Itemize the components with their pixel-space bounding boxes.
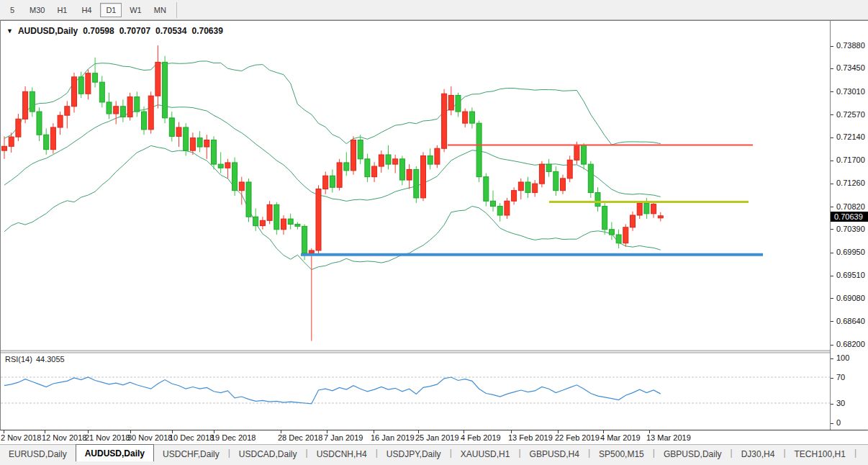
price-axis-label: 0.70390	[836, 225, 865, 233]
chart-tab-audusd-daily[interactable]: AUDUSD,Daily	[76, 444, 154, 461]
rsi-indicator-label: RSI(14) 44.3055	[5, 355, 65, 364]
bear-candle	[288, 219, 293, 224]
bear-candle	[644, 203, 649, 214]
bear-candle	[107, 102, 112, 114]
bull-candle	[239, 182, 244, 191]
price-axis-label: 0.71700	[836, 155, 865, 164]
time-axis-label: 2 Nov 2018	[1, 433, 41, 442]
time-axis-label: 13 Feb 2019	[508, 433, 553, 442]
chart-tab-eurusd-daily[interactable]: EURUSD,Daily	[0, 446, 76, 461]
bull-candle	[567, 160, 572, 179]
price-axis-tick	[831, 184, 833, 184]
timeframe-button-m30[interactable]: M30	[26, 3, 48, 17]
bear-candle	[135, 97, 140, 112]
chart-tab-usdcad-daily[interactable]: USDCAD,Daily	[230, 446, 306, 461]
bear-candle	[399, 159, 404, 180]
chart-tab-gbpusd-daily[interactable]: GBPUSD,Daily	[655, 446, 731, 461]
chart-window: ▼ AUDUSD,Daily 0.70598 0.70707 0.70534 0…	[0, 20, 868, 430]
rsi-current-value: 44.3055	[36, 355, 65, 364]
bull-candle	[16, 119, 21, 137]
rsi-axis-label: 0	[836, 418, 841, 427]
chart-tab-bar: EURUSD,DailyAUDUSD,DailyUSDCHF,Daily|USD…	[0, 444, 868, 461]
price-axis[interactable]: 0.738800.734500.730100.725700.721400.717…	[830, 21, 868, 430]
chart-tab-usdchf-daily[interactable]: USDCHF,Daily	[154, 446, 228, 461]
bear-candle	[414, 169, 419, 197]
bull-candle	[421, 155, 426, 197]
bear-candle	[546, 164, 551, 171]
bull-candle	[623, 227, 628, 243]
toolbar-separator	[176, 2, 177, 18]
bull-candle	[651, 204, 656, 214]
price-axis-label: 0.72570	[836, 110, 865, 119]
timeframe-button-5[interactable]: 5	[1, 3, 23, 17]
bull-candle	[574, 145, 579, 160]
main-panel	[2, 45, 764, 341]
chart-high-value: 0.70707	[119, 26, 150, 36]
chart-tab-sp500-m15[interactable]: SP500,M15	[590, 446, 653, 461]
bull-candle	[9, 137, 14, 146]
current-price-tag: 0.70639	[831, 212, 868, 222]
chart-tab-gbpusd-h4[interactable]: GBPUSD,H4	[521, 446, 588, 461]
status-strip	[0, 461, 868, 465]
time-axis-label: 7 Jan 2019	[324, 433, 363, 442]
time-axis-label: 12 Nov 2018	[42, 433, 86, 442]
bear-candle	[44, 135, 49, 149]
timeframe-button-d1[interactable]: D1	[100, 3, 122, 17]
bull-candle	[393, 159, 398, 164]
bull-candle	[309, 250, 314, 253]
time-axis-label: 25 Jan 2019	[415, 433, 459, 442]
bear-candle	[491, 201, 496, 206]
timeframe-button-w1[interactable]: W1	[125, 3, 146, 17]
time-axis-label: 10 Dec 2018	[169, 433, 214, 442]
price-axis-tick	[831, 276, 833, 276]
timeframe-button-h4[interactable]: H4	[76, 3, 97, 17]
bear-candle	[302, 226, 307, 253]
rsi-line	[4, 377, 661, 404]
price-axis-tick	[831, 68, 833, 69]
bear-candle	[78, 77, 83, 94]
chart-tab-xauusd-h1[interactable]: XAUUSD,H1	[452, 446, 519, 461]
rsi-axis-tick	[831, 378, 833, 379]
bear-candle	[602, 207, 607, 230]
chart-tab-tech100-h1[interactable]: TECH100,H1	[786, 446, 854, 461]
chart-tab-ukc[interactable]: UKC	[856, 446, 865, 461]
timeframe-button-mn[interactable]: MN	[149, 3, 171, 17]
time-axis-label: 13 Mar 2019	[646, 433, 691, 442]
rsi-axis-tick	[831, 358, 833, 359]
bull-candle	[260, 220, 265, 225]
bull-candle	[72, 77, 77, 107]
time-axis-label: 16 Jan 2019	[371, 433, 415, 442]
bear-candle	[169, 118, 174, 137]
price-axis-label: 0.68200	[836, 340, 865, 348]
price-axis-label: 0.73880	[836, 41, 865, 50]
bear-candle	[93, 73, 98, 82]
bear-candle	[218, 164, 223, 168]
bear-candle	[616, 235, 621, 243]
time-axis-label: 30 Nov 2018	[127, 433, 172, 442]
chart-dropdown-icon[interactable]: ▼	[6, 27, 13, 35]
price-axis-tick	[831, 253, 833, 253]
bear-candle	[37, 112, 42, 135]
rsi-axis-tick	[831, 404, 833, 405]
price-axis-label: 0.69080	[836, 294, 865, 302]
price-axis-label: 0.69950	[836, 248, 865, 256]
bull-candle	[539, 164, 544, 184]
bear-candle	[428, 155, 433, 164]
bull-candle	[281, 219, 286, 230]
price-axis-tick	[831, 229, 833, 230]
time-axis-label: 22 Feb 2019	[555, 433, 600, 442]
price-axis-tick	[831, 161, 833, 161]
bear-candle	[469, 112, 474, 123]
price-chart-canvas[interactable]	[1, 22, 830, 430]
bull-candle	[204, 140, 209, 147]
timeframe-button-h1[interactable]: H1	[51, 3, 73, 17]
bear-candle	[456, 95, 461, 112]
chart-tab-usdcnh-h4[interactable]: USDCNH,H4	[308, 446, 376, 461]
bear-candle	[358, 140, 363, 159]
price-axis-label: 0.68640	[836, 317, 865, 325]
bull-candle	[86, 73, 91, 94]
time-axis[interactable]: 2 Nov 201812 Nov 201821 Nov 201830 Nov 2…	[0, 430, 868, 444]
bull-candle	[435, 148, 440, 164]
chart-tab-dj30-h4[interactable]: DJ30,H4	[733, 446, 784, 461]
chart-tab-usdjpy-daily[interactable]: USDJPY,Daily	[378, 446, 450, 461]
